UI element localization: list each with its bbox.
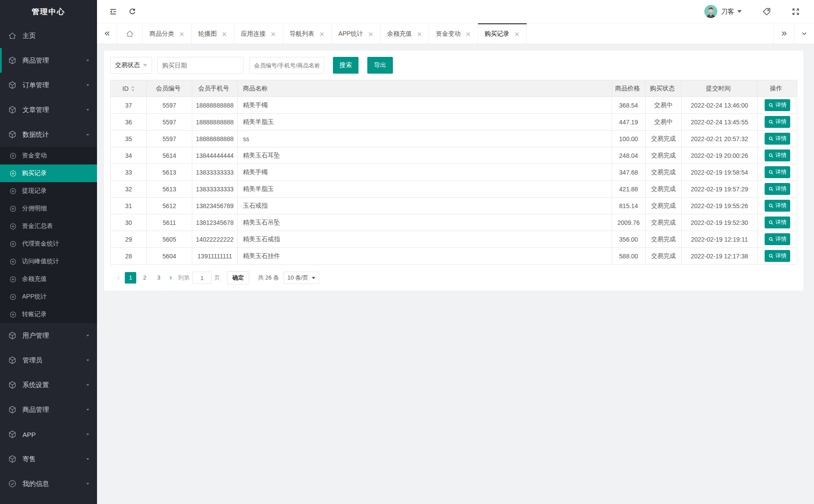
- sidebar-subitem[interactable]: 余额充值: [0, 270, 97, 288]
- cell-member-no: 5611: [147, 214, 192, 231]
- detail-button[interactable]: 详情: [765, 183, 790, 195]
- tab[interactable]: 购买记录 ✕: [478, 23, 527, 44]
- sidebar-item[interactable]: 文章管理: [0, 97, 97, 122]
- cell-id: 37: [111, 97, 147, 114]
- cell-price: 347.68: [612, 164, 646, 181]
- collapse-sidebar-icon[interactable]: [103, 0, 123, 23]
- close-icon[interactable]: ✕: [368, 31, 373, 37]
- page-number[interactable]: 2: [139, 272, 150, 284]
- cell-phone: 13911111111: [192, 248, 238, 265]
- detail-button[interactable]: 详情: [765, 116, 790, 128]
- tag-icon[interactable]: [762, 7, 771, 16]
- close-icon[interactable]: ✕: [465, 31, 471, 37]
- tab-actions-caret-icon[interactable]: [794, 23, 814, 44]
- search-button[interactable]: 搜索: [333, 57, 358, 74]
- sidebar-subitem[interactable]: APP统计: [0, 288, 97, 306]
- detail-button-label: 详情: [776, 168, 787, 176]
- sidebar-item[interactable]: 我的信息: [0, 471, 97, 496]
- close-icon[interactable]: ✕: [270, 31, 276, 37]
- sidebar-subitem-label: 分佣明细: [22, 205, 47, 213]
- cell-status: 交易完成: [646, 147, 682, 164]
- tab[interactable]: APP统计 ✕: [332, 23, 381, 44]
- page-number[interactable]: 1: [125, 272, 136, 284]
- next-page-icon[interactable]: [166, 272, 175, 284]
- sidebar-item[interactable]: 系统设置: [0, 373, 97, 397]
- menu-item-icon: [8, 430, 17, 439]
- status-select[interactable]: 交易状态: [110, 57, 152, 74]
- tab[interactable]: 应用连接 ✕: [234, 23, 283, 44]
- cell-time: 2022-02-19 19:58:54: [682, 164, 758, 181]
- sidebar-item-label: 商品管理: [22, 56, 49, 65]
- scroll-tabs-right-icon[interactable]: [773, 23, 794, 44]
- cell-price: 100.00: [612, 131, 646, 147]
- confirm-button[interactable]: 确定: [227, 271, 249, 284]
- magnifier-icon: [768, 186, 774, 192]
- purchase-date-input[interactable]: [157, 57, 244, 74]
- sidebar-subitem[interactable]: 访问峰值统计: [0, 253, 97, 270]
- goto-page-input[interactable]: [192, 272, 212, 284]
- sidebar-subitem[interactable]: 购买记录: [0, 164, 97, 182]
- detail-button[interactable]: 详情: [765, 233, 790, 245]
- sidebar-item-label: 管理员: [22, 356, 42, 365]
- sidebar-subitem-label: 访问峰值统计: [22, 258, 59, 265]
- detail-button[interactable]: 详情: [765, 99, 790, 111]
- close-icon[interactable]: ✕: [514, 31, 520, 37]
- prev-page-icon[interactable]: [114, 272, 123, 284]
- sidebar-item[interactable]: 管理员: [0, 348, 97, 373]
- close-icon[interactable]: ✕: [319, 31, 325, 37]
- sidebar-item[interactable]: 用户管理: [0, 323, 97, 348]
- table-row: 28 5604 13911111111 精美玉石挂件 588.00 交易完成 2…: [111, 248, 797, 265]
- cell-member-no: 5597: [147, 114, 192, 131]
- detail-button[interactable]: 详情: [765, 200, 790, 212]
- detail-button[interactable]: 详情: [765, 250, 790, 262]
- refresh-icon[interactable]: [123, 0, 142, 23]
- menu-item-icon: [8, 331, 17, 340]
- fullscreen-icon[interactable]: [792, 7, 800, 16]
- sidebar-subitem[interactable]: 资金汇总表: [0, 217, 97, 235]
- sidebar-subitem[interactable]: 提现记录: [0, 182, 97, 200]
- column-label: 商品名称: [243, 85, 268, 93]
- home-tab[interactable]: [117, 23, 143, 44]
- detail-button[interactable]: 详情: [765, 217, 790, 228]
- close-icon[interactable]: ✕: [417, 31, 422, 37]
- sidebar-subitem[interactable]: 转账记录: [0, 306, 97, 323]
- page-number[interactable]: 3: [153, 272, 164, 284]
- scroll-tabs-left-icon[interactable]: [97, 23, 117, 44]
- export-button[interactable]: 导出: [367, 57, 393, 74]
- sidebar-item-label: 主页: [22, 32, 36, 40]
- tab[interactable]: 余额充值 ✕: [381, 23, 429, 44]
- tab[interactable]: 资金变动 ✕: [429, 23, 478, 44]
- tab[interactable]: 导航列表 ✕: [283, 23, 332, 44]
- tab[interactable]: 商品分类 ✕: [143, 23, 192, 44]
- tab-bar: 商品分类 ✕ 轮播图 ✕ 应用连接 ✕ 导航列表 ✕ APP统计 ✕ 余额充值 …: [97, 23, 814, 44]
- detail-button[interactable]: 详情: [765, 133, 790, 145]
- sidebar-item[interactable]: 商品管理: [0, 397, 97, 422]
- page-unit-label: 页: [214, 274, 220, 282]
- user-menu[interactable]: 刀客: [704, 5, 742, 18]
- sort-icon[interactable]: [131, 86, 135, 92]
- sidebar-subitem[interactable]: 资金变动: [0, 147, 97, 164]
- detail-button[interactable]: 详情: [765, 166, 790, 178]
- sidebar-item[interactable]: 寄售: [0, 447, 97, 471]
- cell-status: 交易完成: [646, 131, 682, 147]
- table-column-header: 提交时间: [682, 80, 758, 97]
- sidebar-subitem[interactable]: 代理资金统计: [0, 235, 97, 253]
- keyword-input[interactable]: [249, 57, 324, 74]
- detail-button[interactable]: 详情: [765, 149, 790, 161]
- cell-id: 36: [111, 114, 147, 131]
- sidebar-item-label: 文章管理: [22, 106, 49, 114]
- sidebar-item[interactable]: 商品管理: [0, 48, 97, 73]
- close-icon[interactable]: ✕: [222, 31, 228, 37]
- sidebar-item[interactable]: 订单管理: [0, 73, 97, 97]
- cell-phone: 18888888888: [192, 131, 238, 147]
- sidebar-item[interactable]: APP: [0, 422, 97, 447]
- sidebar-item[interactable]: 数据统计: [0, 122, 97, 147]
- tab-label: 资金变动: [436, 30, 460, 38]
- sidebar-subitem[interactable]: 分佣明细: [0, 200, 97, 217]
- sidebar-item[interactable]: 主页: [0, 23, 97, 48]
- tab[interactable]: 轮播图 ✕: [192, 23, 235, 44]
- page-size-select[interactable]: 10 条/页: [284, 272, 320, 284]
- close-icon[interactable]: ✕: [179, 31, 185, 37]
- detail-button-label: 详情: [776, 135, 787, 142]
- cell-price: 368.54: [612, 97, 646, 114]
